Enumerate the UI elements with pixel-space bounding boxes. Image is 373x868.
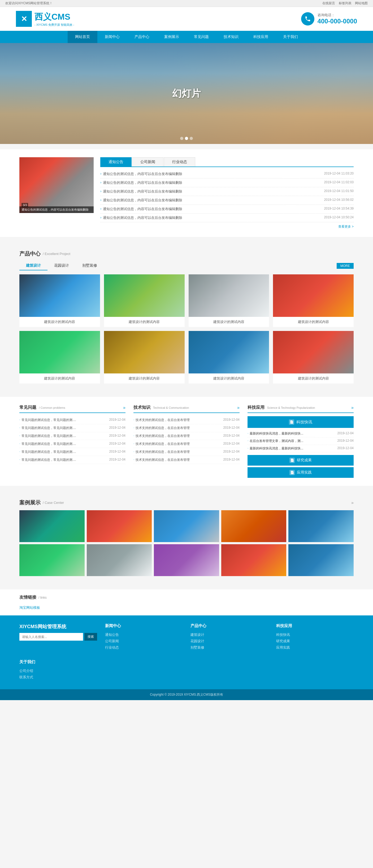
news-item[interactable]: 通知公告的测试信息，内容可以在后台发布编辑删除2019-12-04 11:01:… [100, 187, 353, 196]
nav-item-products[interactable]: 产品中心 [127, 31, 157, 43]
common-problems-sub: / Common problems [39, 406, 65, 409]
case-item-4[interactable] [221, 510, 286, 542]
product-tab-villa[interactable]: 别墅装修 [76, 261, 104, 270]
product-caption-6: 建筑设计的测试内容 [104, 373, 184, 383]
nav-item-cases[interactable]: 案例展示 [157, 31, 186, 43]
topbar-link-tags[interactable]: 标签列表 [339, 1, 351, 5]
product-img-8 [273, 331, 353, 373]
nav-item-problems[interactable]: 常见问题 [186, 31, 216, 43]
problem-item[interactable]: 常见问题的测试信息，常见问题的测....2019-12-04 [20, 432, 126, 440]
news-tab-company[interactable]: 公司新闻 [132, 157, 163, 166]
product-item-8[interactable]: 建筑设计的测试内容 [273, 331, 353, 383]
news-item[interactable]: 通知公告的测试信息，内容可以在后台发布编辑删除2019-12-04 11:03:… [100, 170, 353, 179]
tech-research-btn[interactable]: 📄 研究成果 [247, 455, 353, 466]
banner-dot-1[interactable] [180, 137, 183, 140]
product-item-5[interactable]: 建筑设计的测试内容 [20, 331, 100, 383]
product-item-2[interactable]: 建筑设计的测试内容 [104, 274, 184, 327]
tech-application-more[interactable]: » [351, 405, 353, 410]
case-item-10[interactable] [289, 544, 353, 576]
phone-label: 咨询电话： [317, 13, 357, 18]
footer-products-list: 建筑设计 花园设计 别墅装修 [191, 632, 268, 650]
case-item-7[interactable] [87, 544, 152, 576]
banner-dot-2[interactable] [185, 137, 188, 140]
tech-knowledge-more[interactable]: » [237, 405, 240, 410]
news-item[interactable]: 通知公告的测试信息，内容可以在后台发布编辑删除2019-12-04 10:54:… [100, 205, 353, 214]
nav-item-home[interactable]: 网站首页 [68, 31, 97, 43]
common-problems-col: 常见问题 / Common problems » 常见问题的测试信息，常见问题的… [20, 405, 126, 478]
product-item-7[interactable]: 建筑设计的测试内容 [189, 331, 269, 383]
footer-search-btn[interactable]: 搜索 [84, 633, 97, 641]
problem-item[interactable]: 常见问题的测试信息，常见问题的测....2019-12-04 [20, 456, 126, 464]
topbar-link-message[interactable]: 在线留言 [322, 1, 335, 5]
tech-news-btn[interactable]: 📄 科技快讯 [247, 416, 353, 428]
footer-science-link-research[interactable]: 研究成果 [276, 639, 290, 643]
common-problems-more[interactable]: » [123, 405, 126, 410]
footer-news-link-company[interactable]: 公司新闻 [105, 639, 119, 643]
link-item-taobao[interactable]: 淘宝网站模板 [20, 605, 40, 610]
product-caption-7: 建筑设计的测试内容 [189, 373, 269, 383]
footer-search-input[interactable] [20, 633, 83, 641]
tech-item[interactable]: 技术支持的测试信息，在后台发布管理2019-12-04 [133, 424, 240, 432]
topbar-link-sitemap[interactable]: 网站地图 [355, 1, 368, 5]
product-img-2 [104, 274, 184, 317]
cases-sub: / Case Center [43, 501, 64, 505]
footer-news-link-notice[interactable]: 通知公告 [105, 633, 119, 637]
tech-news-item[interactable]: 最新的科技快讯消息，最新的科技快...2019-12-04 [247, 445, 353, 452]
product-tab-architecture[interactable]: 建筑设计 [20, 261, 47, 270]
case-item-9[interactable] [221, 544, 286, 576]
banner-dot-3[interactable] [190, 137, 193, 140]
footer-products-link-villa[interactable]: 别墅装修 [191, 645, 204, 649]
tech-applied-btn[interactable]: 📄 应用实践 [247, 467, 353, 478]
news-item[interactable]: 通知公告的测试信息，内容可以在后台发布编辑删除2019-12-04 10:56:… [100, 196, 353, 205]
news-tab-notice[interactable]: 通知公告 [100, 157, 132, 166]
nav-item-about[interactable]: 关于我们 [276, 31, 305, 43]
tech-item[interactable]: 技术支持的测试信息，在后台发布管理2019-12-04 [133, 432, 240, 440]
news-item[interactable]: 通知公告的测试信息，内容可以在后台发布编辑删除2019-12-04 10:50:… [100, 214, 353, 222]
footer-products-link-arch[interactable]: 建筑设计 [191, 633, 204, 637]
case-item-5[interactable] [289, 510, 353, 542]
problem-item[interactable]: 常见问题的测试信息，常见问题的测....2019-12-04 [20, 448, 126, 456]
nav-item-tech[interactable]: 技术知识 [216, 31, 246, 43]
news-item[interactable]: 通知公告的测试信息，内容可以在后台发布编辑删除2019-12-04 11:02:… [100, 179, 353, 187]
tech-item[interactable]: 技术支持的测试信息，在后台发布管理2019-12-04 [133, 416, 240, 424]
tech-news-list: 最新的科技快讯消息，最新的科技快...2019-12-04 在后台发布管理文章，… [247, 430, 353, 452]
tech-news-item[interactable]: 在后台发布管理文章，测试内容，测...2019-12-04 [247, 437, 353, 445]
product-item-1[interactable]: 建筑设计的测试内容 [20, 274, 100, 327]
tech-applied-label: 应用实践 [297, 470, 312, 475]
case-item-3[interactable] [154, 510, 219, 542]
problem-item[interactable]: 常见问题的测试信息，常见问题的测....2019-12-04 [20, 440, 126, 448]
problem-item[interactable]: 常见问题的测试信息，常见问题的测....2019-12-04 [20, 424, 126, 432]
footer-bottom: Copyright © 2019-2019 XIYCMS.西义CMS版权所有 [0, 689, 373, 700]
product-more-btn[interactable]: MORE [337, 263, 353, 269]
links-sub: / links [38, 596, 47, 599]
product-tab-garden[interactable]: 花园设计 [47, 261, 76, 270]
problem-item[interactable]: 常见问题的测试信息，常见问题的测....2019-12-04 [20, 416, 126, 424]
nav-item-news[interactable]: 新闻中心 [97, 31, 127, 43]
tech-item[interactable]: 技术支持的测试信息，在后台发布管理2019-12-04 [133, 456, 240, 464]
footer-about-link-contact[interactable]: 联系方式 [20, 675, 33, 679]
tech-item[interactable]: 技术支持的测试信息，在后台发布管理2019-12-04 [133, 440, 240, 448]
tech-applied-icon: 📄 [290, 470, 295, 475]
case-item-8[interactable] [154, 544, 219, 576]
product-item-6[interactable]: 建筑设计的测试内容 [104, 331, 184, 383]
case-item-1[interactable] [20, 510, 84, 542]
product-item-4[interactable]: 建筑设计的测试内容 [273, 274, 353, 327]
footer-science-link-news[interactable]: 科技快讯 [276, 633, 290, 637]
case-item-2[interactable] [87, 510, 152, 542]
case-item-6[interactable] [20, 544, 84, 576]
footer-products-link-garden[interactable]: 花园设计 [191, 639, 204, 643]
cases-more[interactable]: » [351, 500, 353, 505]
footer-about-link-intro[interactable]: 公司介绍 [20, 669, 33, 673]
footer-copyright: Copyright © 2019-2019 XIYCMS.西义CMS版权所有 [0, 692, 373, 697]
tech-item[interactable]: 技术支持的测试信息，在后台发布管理2019-12-04 [133, 448, 240, 456]
footer-science-col: 科技应用 科技快讯 研究成果 应用实践 [276, 623, 354, 652]
news-more[interactable]: 查看更多 > [100, 224, 353, 229]
product-img-7 [189, 331, 269, 373]
nav-item-science[interactable]: 科技应用 [246, 31, 276, 43]
tech-news-item[interactable]: 最新的科技快讯消息，最新的科技快...2019-12-04 [247, 430, 353, 437]
topbar-links: 在线留言 标签列表 网站地图 [320, 1, 368, 6]
footer-news-link-industry[interactable]: 行业动态 [105, 645, 119, 649]
product-item-3[interactable]: 建筑设计的测试内容 [189, 274, 269, 327]
news-tab-industry[interactable]: 行业动态 [164, 157, 195, 166]
footer-science-link-applied[interactable]: 应用实践 [276, 645, 290, 649]
